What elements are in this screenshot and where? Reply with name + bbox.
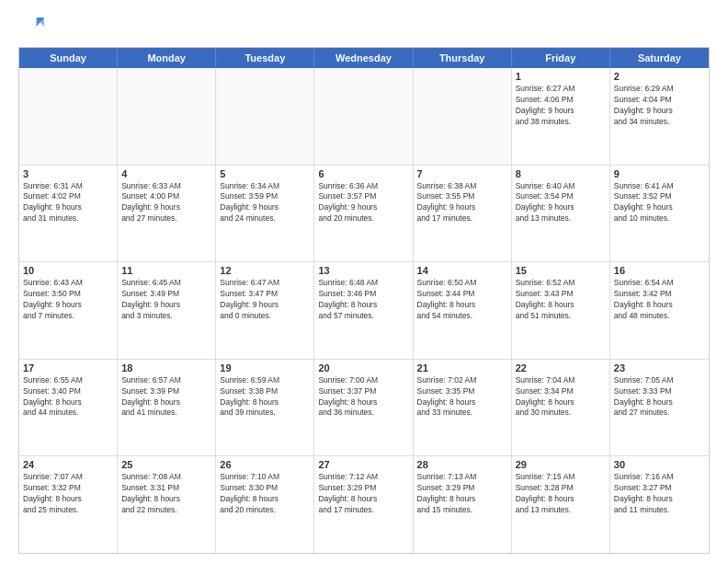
day-info: Sunrise: 6:57 AM Sunset: 3:39 PM Dayligh… xyxy=(121,375,211,419)
day-info: Sunrise: 7:10 AM Sunset: 3:30 PM Dayligh… xyxy=(220,472,310,516)
calendar-cell xyxy=(118,68,216,165)
header-cell-tuesday: Tuesday xyxy=(216,48,314,68)
calendar-cell xyxy=(414,68,512,165)
day-number: 7 xyxy=(417,168,507,179)
day-number: 12 xyxy=(220,265,310,276)
day-info: Sunrise: 7:04 AM Sunset: 3:34 PM Dayligh… xyxy=(516,375,606,419)
calendar-cell: 19Sunrise: 6:59 AM Sunset: 3:38 PM Dayli… xyxy=(216,360,314,456)
day-info: Sunrise: 7:02 AM Sunset: 3:35 PM Dayligh… xyxy=(417,375,507,419)
calendar-cell: 24Sunrise: 7:07 AM Sunset: 3:32 PM Dayli… xyxy=(19,456,118,553)
day-info: Sunrise: 7:15 AM Sunset: 3:28 PM Dayligh… xyxy=(516,472,606,516)
day-number: 17 xyxy=(23,362,113,373)
day-number: 14 xyxy=(417,265,507,276)
day-info: Sunrise: 6:41 AM Sunset: 3:52 PM Dayligh… xyxy=(614,181,705,225)
calendar-cell: 10Sunrise: 6:43 AM Sunset: 3:50 PM Dayli… xyxy=(19,262,118,359)
day-info: Sunrise: 6:54 AM Sunset: 3:42 PM Dayligh… xyxy=(614,278,705,322)
calendar-cell: 13Sunrise: 6:48 AM Sunset: 3:46 PM Dayli… xyxy=(314,262,413,359)
header-cell-friday: Friday xyxy=(512,48,610,68)
page: SundayMondayTuesdayWednesdayThursdayFrid… xyxy=(0,0,728,563)
day-number: 26 xyxy=(220,459,310,470)
day-info: Sunrise: 7:12 AM Sunset: 3:29 PM Dayligh… xyxy=(318,472,408,516)
day-info: Sunrise: 6:31 AM Sunset: 4:02 PM Dayligh… xyxy=(23,181,113,225)
calendar-cell: 18Sunrise: 6:57 AM Sunset: 3:39 PM Dayli… xyxy=(118,360,216,456)
day-number: 24 xyxy=(23,459,113,470)
calendar-cell: 3Sunrise: 6:31 AM Sunset: 4:02 PM Daylig… xyxy=(19,166,118,262)
day-info: Sunrise: 6:52 AM Sunset: 3:43 PM Dayligh… xyxy=(516,278,606,322)
calendar-cell: 25Sunrise: 7:08 AM Sunset: 3:31 PM Dayli… xyxy=(118,456,216,553)
day-number: 19 xyxy=(220,362,310,373)
day-number: 13 xyxy=(318,265,408,276)
day-number: 30 xyxy=(614,459,705,470)
day-number: 22 xyxy=(516,362,606,373)
calendar: SundayMondayTuesdayWednesdayThursdayFrid… xyxy=(18,47,710,554)
day-number: 10 xyxy=(23,265,113,276)
day-info: Sunrise: 6:27 AM Sunset: 4:06 PM Dayligh… xyxy=(516,84,606,128)
calendar-cell: 27Sunrise: 7:12 AM Sunset: 3:29 PM Dayli… xyxy=(314,456,413,553)
day-info: Sunrise: 6:36 AM Sunset: 3:57 PM Dayligh… xyxy=(318,181,408,225)
day-info: Sunrise: 6:38 AM Sunset: 3:55 PM Dayligh… xyxy=(417,181,507,225)
day-number: 25 xyxy=(121,459,211,470)
day-info: Sunrise: 6:55 AM Sunset: 3:40 PM Dayligh… xyxy=(23,375,113,419)
calendar-cell: 21Sunrise: 7:02 AM Sunset: 3:35 PM Dayli… xyxy=(414,360,512,456)
calendar-week-1: 1Sunrise: 6:27 AM Sunset: 4:06 PM Daylig… xyxy=(19,68,709,166)
header-cell-thursday: Thursday xyxy=(414,48,512,68)
day-number: 18 xyxy=(121,362,211,373)
header xyxy=(18,14,710,40)
day-info: Sunrise: 7:08 AM Sunset: 3:31 PM Dayligh… xyxy=(121,472,211,516)
header-cell-monday: Monday xyxy=(118,48,216,68)
day-number: 23 xyxy=(614,362,705,373)
calendar-week-5: 24Sunrise: 7:07 AM Sunset: 3:32 PM Dayli… xyxy=(19,456,709,553)
day-info: Sunrise: 6:34 AM Sunset: 3:59 PM Dayligh… xyxy=(220,181,310,225)
day-number: 9 xyxy=(614,168,705,179)
day-number: 15 xyxy=(516,265,606,276)
day-info: Sunrise: 6:43 AM Sunset: 3:50 PM Dayligh… xyxy=(23,278,113,322)
calendar-cell: 30Sunrise: 7:16 AM Sunset: 3:27 PM Dayli… xyxy=(610,456,709,553)
calendar-cell: 9Sunrise: 6:41 AM Sunset: 3:52 PM Daylig… xyxy=(610,166,709,262)
calendar-cell: 5Sunrise: 6:34 AM Sunset: 3:59 PM Daylig… xyxy=(216,166,314,262)
calendar-week-4: 17Sunrise: 6:55 AM Sunset: 3:40 PM Dayli… xyxy=(19,360,709,457)
day-number: 20 xyxy=(318,362,408,373)
day-info: Sunrise: 6:33 AM Sunset: 4:00 PM Dayligh… xyxy=(121,181,211,225)
day-info: Sunrise: 7:13 AM Sunset: 3:29 PM Dayligh… xyxy=(417,472,507,516)
day-info: Sunrise: 6:47 AM Sunset: 3:47 PM Dayligh… xyxy=(220,278,310,322)
calendar-cell: 22Sunrise: 7:04 AM Sunset: 3:34 PM Dayli… xyxy=(512,360,610,456)
calendar-week-2: 3Sunrise: 6:31 AM Sunset: 4:02 PM Daylig… xyxy=(19,166,709,263)
calendar-cell: 12Sunrise: 6:47 AM Sunset: 3:47 PM Dayli… xyxy=(216,262,314,359)
day-info: Sunrise: 6:50 AM Sunset: 3:44 PM Dayligh… xyxy=(417,278,507,322)
day-info: Sunrise: 7:05 AM Sunset: 3:33 PM Dayligh… xyxy=(614,375,705,419)
logo-icon xyxy=(18,14,44,40)
day-number: 27 xyxy=(318,459,408,470)
day-number: 11 xyxy=(121,265,211,276)
day-info: Sunrise: 6:40 AM Sunset: 3:54 PM Dayligh… xyxy=(516,181,606,225)
calendar-cell: 8Sunrise: 6:40 AM Sunset: 3:54 PM Daylig… xyxy=(512,166,610,262)
calendar-cell xyxy=(19,68,118,165)
day-number: 6 xyxy=(318,168,408,179)
day-number: 28 xyxy=(417,459,507,470)
header-cell-wednesday: Wednesday xyxy=(314,48,413,68)
calendar-cell xyxy=(314,68,413,165)
calendar-cell: 15Sunrise: 6:52 AM Sunset: 3:43 PM Dayli… xyxy=(512,262,610,359)
calendar-cell: 26Sunrise: 7:10 AM Sunset: 3:30 PM Dayli… xyxy=(216,456,314,553)
calendar-cell: 1Sunrise: 6:27 AM Sunset: 4:06 PM Daylig… xyxy=(512,68,610,165)
calendar-cell: 7Sunrise: 6:38 AM Sunset: 3:55 PM Daylig… xyxy=(414,166,512,262)
calendar-cell: 16Sunrise: 6:54 AM Sunset: 3:42 PM Dayli… xyxy=(610,262,709,359)
calendar-cell: 4Sunrise: 6:33 AM Sunset: 4:00 PM Daylig… xyxy=(118,166,216,262)
calendar-cell: 23Sunrise: 7:05 AM Sunset: 3:33 PM Dayli… xyxy=(610,360,709,456)
calendar-cell: 20Sunrise: 7:00 AM Sunset: 3:37 PM Dayli… xyxy=(314,360,413,456)
calendar-cell: 28Sunrise: 7:13 AM Sunset: 3:29 PM Dayli… xyxy=(414,456,512,553)
calendar-cell: 2Sunrise: 6:29 AM Sunset: 4:04 PM Daylig… xyxy=(610,68,709,165)
calendar-body: 1Sunrise: 6:27 AM Sunset: 4:06 PM Daylig… xyxy=(19,68,709,553)
day-info: Sunrise: 6:45 AM Sunset: 3:49 PM Dayligh… xyxy=(121,278,211,322)
calendar-header: SundayMondayTuesdayWednesdayThursdayFrid… xyxy=(19,48,709,68)
day-info: Sunrise: 6:59 AM Sunset: 3:38 PM Dayligh… xyxy=(220,375,310,419)
day-number: 4 xyxy=(121,168,211,179)
day-number: 3 xyxy=(23,168,113,179)
day-info: Sunrise: 7:00 AM Sunset: 3:37 PM Dayligh… xyxy=(318,375,408,419)
logo xyxy=(18,14,48,40)
calendar-cell: 11Sunrise: 6:45 AM Sunset: 3:49 PM Dayli… xyxy=(118,262,216,359)
day-number: 8 xyxy=(516,168,606,179)
day-number: 2 xyxy=(614,71,705,82)
day-number: 16 xyxy=(614,265,705,276)
calendar-cell: 14Sunrise: 6:50 AM Sunset: 3:44 PM Dayli… xyxy=(414,262,512,359)
calendar-week-3: 10Sunrise: 6:43 AM Sunset: 3:50 PM Dayli… xyxy=(19,262,709,360)
